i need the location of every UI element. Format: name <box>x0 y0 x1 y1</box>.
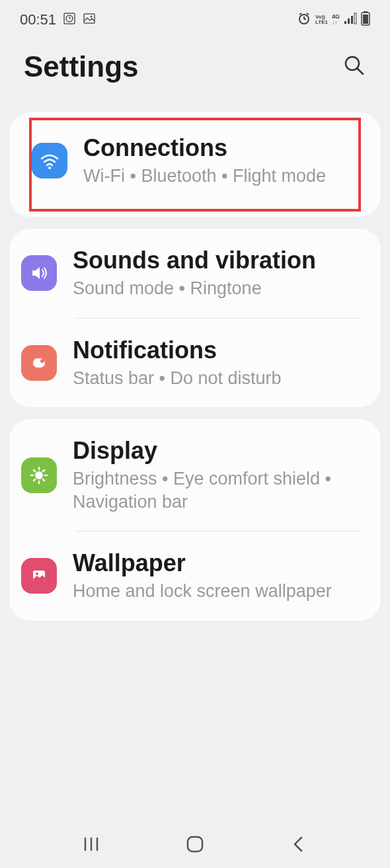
settings-item-connections[interactable]: Connections Wi-Fi • Bluetooth • Flight m… <box>32 134 358 188</box>
svg-rect-4 <box>84 14 95 23</box>
item-text: Notifications Status bar • Do not distur… <box>73 336 361 390</box>
signal-icon <box>344 13 357 27</box>
picture-icon <box>83 12 96 28</box>
alarm-icon <box>297 11 311 28</box>
item-text: Display Brightness • Eye comfort shield … <box>73 436 361 514</box>
settings-item-notifications[interactable]: Notifications Status bar • Do not distur… <box>9 319 381 407</box>
speaker-icon <box>21 255 57 291</box>
item-title: Sounds and vibration <box>73 246 361 274</box>
item-subtitle: Sound mode • Ringtone <box>73 277 361 300</box>
item-subtitle: Wi-Fi • Bluetooth • Flight mode <box>83 165 358 188</box>
svg-rect-37 <box>188 837 202 851</box>
svg-point-5 <box>91 16 93 18</box>
svg-rect-14 <box>354 13 356 24</box>
settings-group: Sounds and vibration Sound mode • Ringto… <box>9 229 381 407</box>
wifi-icon <box>32 143 67 178</box>
settings-item-wallpaper[interactable]: Wallpaper Home and lock screen wallpaper <box>9 532 381 620</box>
wallpaper-icon <box>21 558 57 594</box>
status-right: Vo))LTE1 4G↓↑ <box>297 11 370 28</box>
svg-line-28 <box>34 470 35 471</box>
item-title: Wallpaper <box>73 549 361 577</box>
svg-line-31 <box>43 470 44 471</box>
svg-rect-17 <box>363 15 368 24</box>
svg-rect-13 <box>351 16 353 24</box>
navigation-bar <box>0 823 390 868</box>
svg-rect-12 <box>348 19 350 24</box>
svg-line-10 <box>307 13 309 15</box>
brightness-icon <box>21 457 57 493</box>
item-text: Connections Wi-Fi • Bluetooth • Flight m… <box>83 134 358 188</box>
item-title: Display <box>73 436 361 465</box>
settings-item-display[interactable]: Display Brightness • Eye comfort shield … <box>9 419 381 531</box>
item-subtitle: Home and lock screen wallpaper <box>73 580 361 603</box>
settings-group: Display Brightness • Eye comfort shield … <box>9 419 381 621</box>
status-time: 00:51 <box>20 11 56 28</box>
svg-point-22 <box>40 359 44 363</box>
status-bar: 00:51 Vo))LTE1 4G↓↑ <box>0 0 390 37</box>
svg-rect-11 <box>344 21 346 24</box>
item-subtitle: Brightness • Eye comfort shield • Naviga… <box>73 467 361 514</box>
clock-app-icon <box>63 12 76 28</box>
home-button[interactable] <box>185 834 205 857</box>
item-text: Wallpaper Home and lock screen wallpaper <box>73 549 361 603</box>
item-text: Sounds and vibration Sound mode • Ringto… <box>73 246 361 300</box>
volte-icon: Vo))LTE1 <box>315 15 328 25</box>
search-button[interactable] <box>342 54 366 80</box>
svg-point-20 <box>48 167 51 169</box>
svg-point-18 <box>346 57 359 70</box>
svg-point-33 <box>36 572 38 575</box>
settings-item-sounds[interactable]: Sounds and vibration Sound mode • Ringto… <box>9 229 381 317</box>
recents-button[interactable] <box>82 835 100 856</box>
highlight-box: Connections Wi-Fi • Bluetooth • Flight m… <box>29 118 361 212</box>
status-left: 00:51 <box>20 11 96 28</box>
battery-icon <box>361 11 370 28</box>
svg-line-30 <box>34 479 35 481</box>
page-title: Settings <box>24 50 139 83</box>
item-subtitle: Status bar • Do not disturb <box>73 367 361 390</box>
header: Settings <box>0 37 390 103</box>
notifications-icon <box>21 345 57 381</box>
back-button[interactable] <box>290 835 308 856</box>
item-title: Connections <box>83 134 358 162</box>
svg-point-23 <box>35 471 43 479</box>
svg-line-9 <box>299 13 301 15</box>
network-4g-icon: 4G↓↑ <box>332 14 340 26</box>
svg-line-19 <box>358 69 363 74</box>
svg-line-29 <box>43 479 44 481</box>
settings-group: Connections Wi-Fi • Bluetooth • Flight m… <box>9 112 381 217</box>
item-title: Notifications <box>73 336 361 364</box>
